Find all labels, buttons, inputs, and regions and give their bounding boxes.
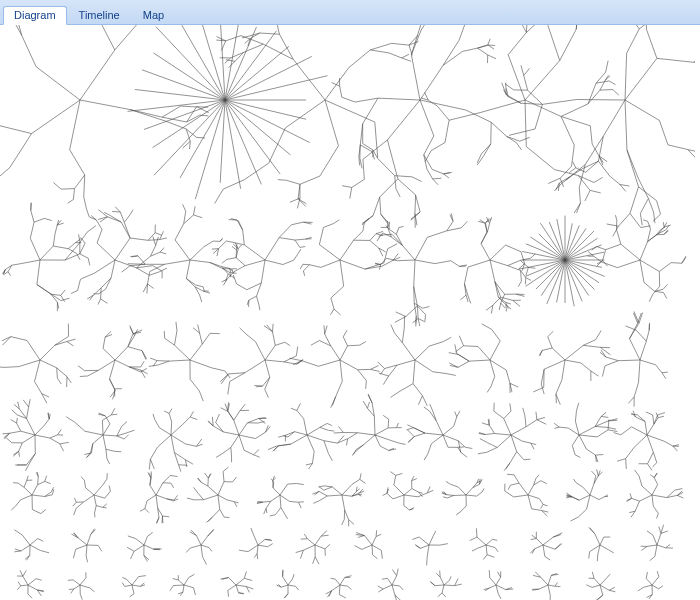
svg-line-660 — [303, 271, 304, 276]
svg-line-1464 — [94, 485, 102, 495]
svg-line-1954 — [392, 569, 396, 575]
svg-line-94 — [375, 122, 378, 159]
svg-line-1778 — [381, 550, 382, 558]
svg-line-530 — [155, 233, 161, 235]
svg-line-1009 — [400, 384, 413, 392]
svg-line-1456 — [76, 502, 83, 508]
svg-line-168 — [424, 155, 432, 170]
svg-line-1465 — [102, 479, 106, 485]
svg-line-1816 — [543, 545, 545, 556]
svg-line-1046 — [490, 341, 500, 360]
svg-line-561 — [186, 279, 195, 287]
svg-line-938 — [174, 345, 190, 360]
svg-line-1924 — [283, 577, 288, 585]
svg-line-963 — [220, 374, 228, 382]
svg-line-153 — [402, 54, 409, 58]
svg-line-1245 — [291, 435, 307, 444]
svg-line-1947 — [383, 585, 392, 589]
svg-line-927 — [212, 368, 225, 371]
svg-line-1732 — [127, 547, 134, 551]
svg-line-726 — [461, 221, 467, 228]
svg-line-1720 — [74, 533, 78, 538]
svg-line-520 — [90, 217, 96, 220]
svg-line-1167 — [111, 414, 117, 415]
svg-line-1901 — [189, 574, 195, 577]
svg-line-1949 — [378, 586, 383, 589]
svg-line-1833 — [589, 552, 590, 559]
svg-line-1544 — [273, 482, 274, 488]
svg-line-1207 — [231, 447, 232, 456]
diagram-canvas[interactable] — [0, 25, 695, 600]
svg-line-1523 — [280, 495, 289, 501]
svg-line-1318 — [436, 421, 443, 435]
svg-line-1079 — [634, 383, 638, 397]
svg-line-1868 — [80, 585, 90, 588]
svg-line-1332 — [517, 452, 524, 460]
svg-line-1958 — [442, 585, 444, 593]
svg-line-830 — [644, 282, 655, 291]
tab-map[interactable]: Map — [132, 6, 175, 24]
svg-line-528 — [130, 238, 148, 240]
svg-line-972 — [285, 342, 290, 345]
svg-line-1388 — [595, 426, 608, 427]
svg-line-1896 — [170, 586, 173, 591]
svg-line-363 — [569, 168, 575, 173]
svg-line-1200 — [265, 426, 270, 432]
svg-line-75 — [180, 100, 225, 178]
svg-line-1977 — [490, 578, 496, 585]
svg-line-581 — [175, 240, 190, 260]
svg-line-673 — [376, 231, 383, 233]
svg-line-605 — [237, 284, 247, 290]
svg-line-533 — [160, 231, 164, 239]
svg-line-875 — [35, 381, 42, 393]
svg-line-286 — [526, 25, 540, 32]
svg-line-1062 — [552, 348, 565, 360]
svg-line-331 — [625, 100, 659, 120]
svg-line-1524 — [289, 501, 298, 502]
svg-line-1137 — [12, 410, 17, 415]
svg-line-1535 — [266, 508, 267, 513]
svg-line-1048 — [482, 324, 492, 329]
svg-line-606 — [233, 275, 236, 284]
svg-line-1627 — [528, 495, 539, 499]
svg-line-1861 — [18, 582, 21, 586]
svg-line-1502 — [212, 509, 219, 517]
svg-line-1284 — [374, 416, 375, 435]
svg-line-1920 — [285, 594, 288, 598]
svg-line-527 — [112, 211, 120, 212]
svg-line-1990 — [541, 577, 548, 585]
svg-line-1023 — [415, 346, 429, 360]
svg-line-1581 — [418, 493, 427, 497]
svg-line-1635 — [514, 495, 528, 497]
svg-line-587 — [183, 204, 186, 211]
tab-timeline[interactable]: Timeline — [68, 6, 131, 24]
svg-line-1706 — [15, 549, 21, 551]
svg-line-244 — [561, 104, 588, 117]
svg-line-302 — [525, 61, 560, 100]
svg-line-1371 — [572, 435, 579, 446]
svg-line-366 — [610, 176, 620, 185]
svg-line-1879 — [132, 585, 140, 586]
svg-line-1355 — [511, 427, 526, 435]
svg-line-1822 — [532, 535, 537, 538]
svg-line-535 — [121, 222, 130, 238]
svg-line-340 — [627, 150, 639, 179]
svg-line-511 — [101, 299, 108, 303]
svg-line-1564 — [342, 520, 345, 526]
svg-line-156 — [491, 122, 506, 136]
svg-line-991 — [331, 346, 340, 360]
svg-line-1075 — [656, 365, 662, 373]
svg-line-915 — [115, 347, 128, 360]
svg-line-196 — [342, 186, 352, 188]
svg-line-1307 — [428, 444, 432, 454]
svg-line-1836 — [590, 528, 595, 534]
svg-line-1216 — [216, 422, 224, 431]
svg-line-1042 — [478, 347, 490, 360]
svg-line-1939 — [340, 577, 345, 585]
svg-line-1407 — [614, 433, 621, 435]
svg-line-953 — [284, 356, 297, 362]
svg-line-1965 — [440, 571, 441, 577]
svg-line-1744 — [196, 536, 201, 545]
tab-diagram[interactable]: Diagram — [3, 6, 67, 25]
svg-line-1438 — [27, 476, 29, 481]
